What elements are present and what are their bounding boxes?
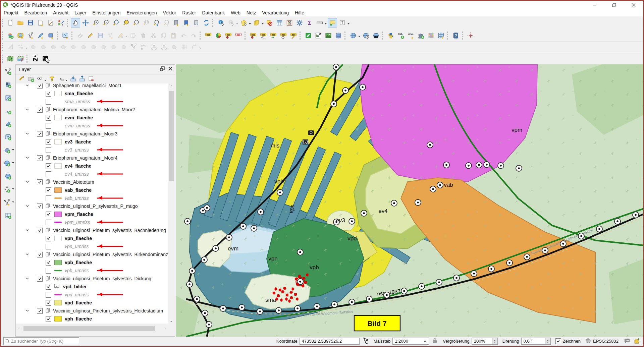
crs-globe-icon[interactable] xyxy=(585,338,591,345)
menu-layer[interactable]: Layer xyxy=(71,9,89,16)
rotate-point-symbols-dropdown[interactable] xyxy=(199,48,201,50)
layer-group-Sphagnetum_magellanici_Moor1[interactable]: Sphagnetum_magellanici_Moor1 xyxy=(16,83,168,90)
add-spatialite-layer-icon[interactable] xyxy=(3,119,13,129)
zoom-full-extent-icon[interactable] xyxy=(111,18,120,27)
layer-checkbox[interactable] xyxy=(46,260,51,266)
plugin-builder-icon[interactable] xyxy=(416,31,426,40)
manage-map-themes-icon[interactable] xyxy=(37,75,43,82)
add-vector-layer-icon[interactable] xyxy=(3,67,13,76)
menu-bearbeiten[interactable]: Bearbeiten xyxy=(21,9,50,16)
expander-icon[interactable] xyxy=(25,308,29,313)
collapse-all-icon[interactable] xyxy=(79,75,86,82)
layer-checkbox[interactable] xyxy=(46,268,51,274)
open-project-icon[interactable] xyxy=(16,18,25,27)
layer-item-vpn_flaeche[interactable]: vpn_flaeche xyxy=(16,234,168,242)
layer-checkbox[interactable] xyxy=(46,244,51,249)
layer-checkbox[interactable] xyxy=(46,284,51,290)
open-attribute-table-icon[interactable] xyxy=(275,18,284,27)
grass-tools-icon[interactable] xyxy=(304,31,313,40)
layer-line-swatch[interactable] xyxy=(54,294,62,295)
layer-group-Eriophorum_vaginatum_Moor4[interactable]: Eriophorum_vaginatum_Moor4 xyxy=(16,154,168,162)
zoom-out-icon[interactable]: − xyxy=(101,18,110,27)
menu-hilfe[interactable]: Hilfe xyxy=(292,9,307,16)
select-features-dropdown[interactable] xyxy=(249,23,251,25)
menu-erweiterungen[interactable]: Erweiterungen xyxy=(123,9,160,16)
layer-checkbox[interactable] xyxy=(46,195,51,201)
add-postgis-layer-icon[interactable] xyxy=(2,146,12,155)
layer-swatch[interactable] xyxy=(54,316,62,322)
layer-checkbox[interactable] xyxy=(46,139,51,145)
raster-image-icon[interactable] xyxy=(324,31,333,40)
layer-line-swatch[interactable] xyxy=(54,222,62,223)
layer-item-ev3_umriss[interactable]: ev3_umriss xyxy=(16,146,168,154)
layer-item-vph_umriss[interactable]: vph_umriss xyxy=(16,323,168,324)
menu-datenbank[interactable]: Datenbank xyxy=(199,9,228,16)
new-shapefile-dropdown[interactable] xyxy=(12,201,14,204)
scroll-left-icon[interactable]: ‹ xyxy=(16,326,22,332)
geo-search-icon[interactable] xyxy=(371,31,381,40)
group-checkbox[interactable] xyxy=(37,83,43,89)
group-checkbox[interactable] xyxy=(37,228,43,233)
save-project-icon[interactable] xyxy=(26,18,35,27)
layer-group-Vaccinio_uliginosi_Pinetum_sylvestris_Dickung[interactable]: Vaccinio_uliginosi_Pinetum_sylvestris_Di… xyxy=(16,275,168,283)
layer-item-vpm_umriss[interactable]: vpm_umriss xyxy=(16,218,168,226)
layer-item-ev3_flaeche[interactable]: ev3_flaeche xyxy=(16,138,168,146)
mouse-tracking-icon[interactable] xyxy=(362,337,369,345)
rotation-input[interactable]: 0,0 ° xyxy=(521,338,545,345)
style-manager-icon[interactable]: a xyxy=(56,18,65,27)
layer-swatch[interactable] xyxy=(54,300,62,305)
magnifier-spinner[interactable]: ▲▼ xyxy=(492,338,498,345)
layer-checkbox[interactable] xyxy=(46,236,51,241)
layer-item-vab_flaeche[interactable]: vab_flaeche xyxy=(16,186,168,194)
new-shapefile-icon[interactable]: ★ xyxy=(2,198,12,207)
layer-item-vpd_bilder[interactable]: vpd_bilder xyxy=(16,283,168,291)
group-checkbox[interactable] xyxy=(37,179,43,185)
selection-marker-icon[interactable] xyxy=(303,139,308,144)
layer-checkbox[interactable] xyxy=(46,300,51,306)
close-panel-icon[interactable] xyxy=(168,66,173,72)
move-label-icon[interactable]: abc xyxy=(269,31,278,40)
vertical-scrollbar[interactable]: ⌃ ⌄ xyxy=(168,83,174,324)
table-manager-icon[interactable]: ★ xyxy=(436,31,446,40)
new-geopackage-layer-icon[interactable]: ★ xyxy=(16,31,25,40)
run-feature-action-dropdown[interactable] xyxy=(236,23,238,25)
filter-by-expression-icon[interactable]: ε xyxy=(58,75,64,82)
group-checkbox[interactable] xyxy=(37,131,43,137)
add-table-icon[interactable] xyxy=(3,211,13,220)
toggle-editing-icon[interactable] xyxy=(86,31,95,40)
filter-by-expression-dropdown[interactable] xyxy=(65,80,67,82)
add-postgis-layer-dropdown[interactable] xyxy=(12,149,14,152)
group-checkbox[interactable] xyxy=(37,252,43,257)
layer-swatch[interactable] xyxy=(54,260,62,265)
layer-checkbox[interactable] xyxy=(46,171,51,177)
new-project-icon[interactable] xyxy=(6,18,15,27)
select-features-icon[interactable] xyxy=(239,18,249,27)
layer-diagram-icon[interactable] xyxy=(214,31,223,40)
locator-search-input[interactable]: Zu suchender Typ (Strg+K) xyxy=(3,337,79,345)
scroll-up-icon[interactable]: ⌃ xyxy=(168,83,174,90)
zoom-to-selection-icon[interactable] xyxy=(121,18,130,27)
horizontal-scrollbar[interactable]: ‹ › xyxy=(16,325,168,332)
layer-group-Vaccinio_uliginosi_Pinetum_sylvestris_Heidestadium[interactable]: Vaccinio_uliginosi_Pinetum_sylvestris_He… xyxy=(16,307,168,315)
add-wms-layer-icon[interactable] xyxy=(2,159,12,168)
map-tips-icon[interactable] xyxy=(328,18,337,27)
new-print-layout-icon[interactable]: ★ xyxy=(36,18,45,27)
open-layer-styling-icon[interactable] xyxy=(18,75,25,82)
measure-line-icon[interactable] xyxy=(315,18,324,27)
lock-scale-icon[interactable] xyxy=(432,338,437,345)
expander-icon[interactable] xyxy=(25,252,29,257)
expander-icon[interactable] xyxy=(25,276,29,281)
layer-swatch[interactable] xyxy=(54,187,62,193)
map-theme-green-icon[interactable] xyxy=(6,54,15,63)
layer-swatch[interactable] xyxy=(54,139,62,144)
expander-icon[interactable] xyxy=(25,228,29,233)
expander-icon[interactable] xyxy=(25,155,29,161)
layer-item-evm_flaeche[interactable]: evm_flaeche xyxy=(16,114,168,122)
menu-vektor[interactable]: Vektor xyxy=(160,9,179,16)
add-wfs-layer-dropdown[interactable] xyxy=(12,188,14,191)
layer-line-swatch[interactable] xyxy=(54,270,62,271)
advanced-digitize-points-dropdown[interactable] xyxy=(25,48,28,50)
layer-swatch[interactable] xyxy=(54,91,62,96)
expander-icon[interactable] xyxy=(25,83,29,88)
restore-button[interactable] xyxy=(604,1,624,9)
